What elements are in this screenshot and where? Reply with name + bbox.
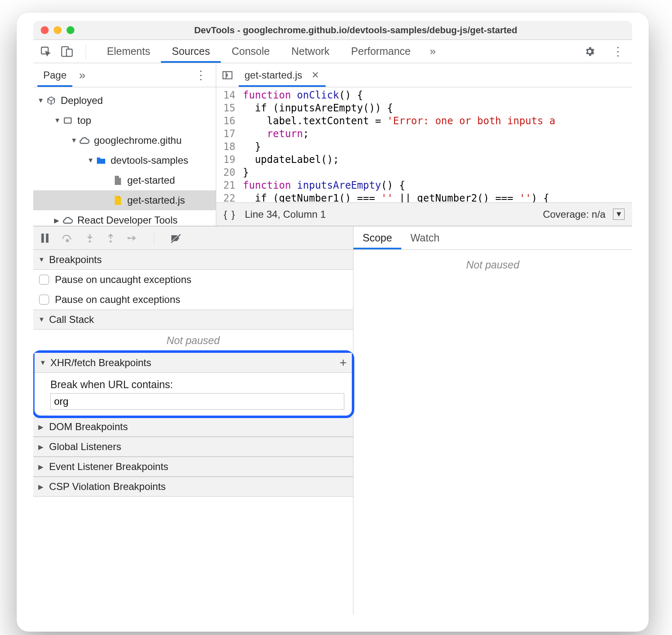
- close-tab-icon[interactable]: ✕: [308, 70, 322, 81]
- pause-icon[interactable]: [41, 234, 49, 243]
- coverage-label: Coverage: n/a: [543, 209, 605, 220]
- cube-icon: [45, 96, 57, 106]
- csp-violation-bp-header[interactable]: ▶CSP Violation Breakpoints: [33, 477, 353, 497]
- folder-icon: [95, 156, 107, 165]
- window-title: DevTools - googlechrome.github.io/devtoo…: [87, 25, 625, 36]
- toggle-navigator-icon[interactable]: [216, 70, 239, 81]
- titlebar: DevTools - googlechrome.github.io/devtoo…: [33, 21, 632, 40]
- dom-breakpoints-header[interactable]: ▶DOM Breakpoints: [33, 417, 353, 437]
- more-tabs-icon[interactable]: »: [421, 45, 444, 58]
- svg-point-7: [67, 239, 69, 241]
- tab-network[interactable]: Network: [281, 40, 341, 63]
- step-over-icon[interactable]: [62, 234, 73, 243]
- panel-tab-bar: Elements Sources Console Network Perform…: [33, 40, 632, 63]
- code-area[interactable]: function onClick() { if (inputsAreEmpty(…: [240, 89, 632, 202]
- svg-rect-2: [67, 49, 72, 56]
- svg-rect-3: [64, 118, 72, 123]
- editor-status-bar: { }Line 34, Column 1 Coverage: n/a▼: [216, 202, 632, 226]
- cloud-icon: [62, 216, 74, 224]
- tab-elements[interactable]: Elements: [96, 40, 161, 63]
- tree-item-react-ext[interactable]: ▶React Developer Tools: [33, 210, 216, 226]
- cursor-position: Line 34, Column 1: [245, 209, 326, 220]
- scope-tab[interactable]: Scope: [353, 226, 401, 249]
- svg-rect-5: [41, 234, 44, 243]
- tree-item-folder[interactable]: ▼devtools-samples: [33, 150, 216, 170]
- devtools-window: DevTools - googlechrome.github.io/devtoo…: [33, 21, 632, 615]
- step-into-icon[interactable]: [86, 233, 94, 243]
- frame-icon: [62, 116, 74, 125]
- scope-watch-panel: Scope Watch Not paused: [353, 226, 632, 615]
- tree-item-top[interactable]: ▼top: [33, 111, 216, 130]
- divider: [154, 232, 154, 244]
- watch-tab[interactable]: Watch: [401, 226, 449, 249]
- cloud-icon: [78, 136, 91, 145]
- device-toggle-icon[interactable]: [61, 46, 73, 57]
- line-gutter: 141516171819202122: [216, 89, 240, 202]
- xhr-url-label: Break when URL contains:: [50, 379, 344, 391]
- tab-console[interactable]: Console: [221, 40, 281, 63]
- xhr-breakpoints-header[interactable]: ▼XHR/fetch Breakpoints+: [35, 353, 352, 373]
- divider: [86, 44, 86, 59]
- tree-item-js-file[interactable]: get-started.js: [33, 190, 216, 210]
- file-tree: ▼Deployed ▼top ▼googlechrome.githu ▼devt…: [33, 87, 216, 226]
- not-paused-label: Not paused: [33, 330, 353, 352]
- global-listeners-header[interactable]: ▶Global Listeners: [33, 437, 353, 457]
- tab-performance[interactable]: Performance: [340, 40, 421, 63]
- pause-caught-checkbox-row[interactable]: Pause on caught exceptions: [33, 290, 353, 310]
- navigator-menu-icon[interactable]: ⋮: [190, 68, 212, 82]
- svg-point-10: [128, 237, 130, 239]
- xhr-breakpoints-pane: ▼XHR/fetch Breakpoints+ Break when URL c…: [33, 350, 354, 418]
- editor-tab[interactable]: get-started.js✕: [239, 63, 326, 87]
- minimize-window-icon[interactable]: [54, 26, 62, 34]
- add-xhr-breakpoint-icon[interactable]: +: [339, 356, 347, 370]
- navigator-tab-page[interactable]: Page: [37, 63, 72, 87]
- file-icon: [111, 175, 124, 185]
- tree-item-html-file[interactable]: get-started: [33, 170, 216, 190]
- svg-point-9: [110, 240, 112, 242]
- kebab-menu-icon[interactable]: ⋮: [604, 44, 632, 58]
- inspect-icon[interactable]: [40, 46, 52, 57]
- breakpoints-header[interactable]: ▼Breakpoints: [33, 250, 353, 270]
- deactivate-breakpoints-icon[interactable]: [170, 233, 182, 243]
- coverage-dropdown-icon[interactable]: ▼: [613, 209, 625, 220]
- step-out-icon[interactable]: [106, 233, 115, 243]
- checkbox-icon[interactable]: [39, 295, 49, 305]
- tree-item-deployed[interactable]: ▼Deployed: [33, 91, 216, 111]
- pretty-print-icon[interactable]: { }: [224, 209, 236, 220]
- call-stack-header[interactable]: ▼Call Stack: [33, 310, 353, 330]
- debugger-toolbar: [33, 226, 353, 250]
- pause-uncaught-checkbox-row[interactable]: Pause on uncaught exceptions: [33, 270, 353, 290]
- debugger-sidebar: ▼Breakpoints Pause on uncaught exception…: [33, 226, 353, 615]
- event-listener-bp-header[interactable]: ▶Event Listener Breakpoints: [33, 457, 353, 477]
- svg-rect-4: [223, 71, 232, 79]
- scope-not-paused: Not paused: [353, 250, 632, 276]
- navigator-panel: Page » ⋮ ▼Deployed ▼top ▼googlechrome.gi…: [33, 63, 216, 226]
- svg-rect-6: [46, 234, 48, 243]
- tab-sources[interactable]: Sources: [161, 40, 221, 63]
- maximize-window-icon[interactable]: [67, 26, 74, 34]
- step-icon[interactable]: [127, 234, 138, 242]
- close-window-icon[interactable]: [41, 26, 49, 34]
- navigator-more-icon[interactable]: »: [72, 69, 92, 82]
- code-editor: get-started.js✕ 141516171819202122 funct…: [216, 63, 632, 226]
- svg-point-8: [89, 240, 91, 242]
- tree-item-origin[interactable]: ▼googlechrome.githu: [33, 130, 216, 150]
- xhr-url-input[interactable]: [50, 393, 344, 410]
- editor-tab-name: get-started.js: [245, 69, 302, 81]
- js-file-icon: [111, 195, 124, 205]
- checkbox-icon[interactable]: [39, 275, 49, 285]
- settings-icon[interactable]: [576, 46, 604, 57]
